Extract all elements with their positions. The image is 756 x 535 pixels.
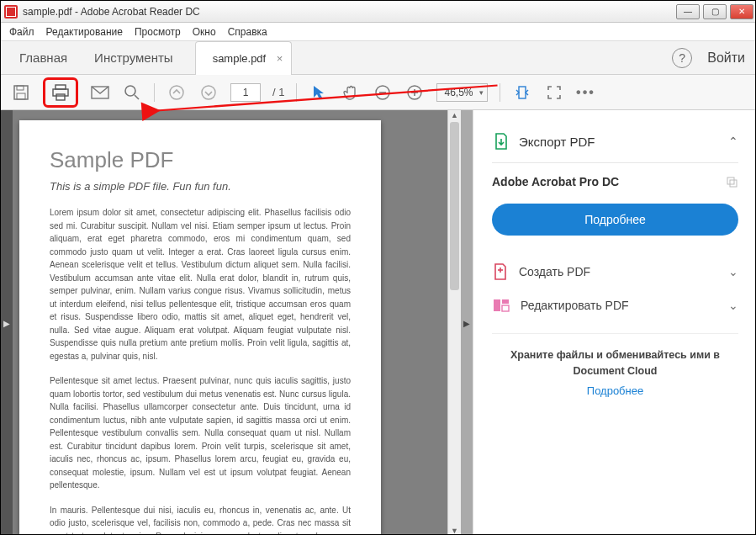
chevron-down-icon: ⌄	[728, 265, 738, 278]
search-icon[interactable]	[122, 82, 142, 103]
panel-cloud-footer: Храните файлы и обменивайтесь ими в Docu…	[492, 333, 738, 411]
menubar: Файл Редактирование Просмотр Окно Справк…	[1, 23, 756, 41]
edit-pdf-icon	[492, 298, 510, 313]
menu-file[interactable]: Файл	[9, 26, 34, 38]
svg-rect-4	[53, 89, 68, 96]
login-button[interactable]: Войти	[707, 50, 750, 66]
svg-line-8	[135, 95, 139, 99]
svg-rect-2	[17, 93, 25, 99]
svg-rect-0	[14, 86, 28, 99]
panel-export-pdf[interactable]: Экспорт PDF ⌃	[492, 125, 738, 157]
svg-rect-18	[730, 180, 737, 187]
save-icon[interactable]	[11, 82, 31, 103]
menu-help[interactable]: Справка	[228, 26, 267, 38]
svg-rect-21	[494, 299, 500, 311]
doc-heading: Sample PDF	[50, 147, 351, 173]
more-icon[interactable]: •••	[576, 82, 596, 103]
svg-rect-16	[519, 87, 526, 98]
panel-pro-title: Adobe Acrobat Pro DC	[492, 175, 738, 188]
tab-document[interactable]: sample.pdf ×	[195, 41, 293, 75]
svg-rect-22	[502, 299, 509, 304]
menu-edit[interactable]: Редактирование	[46, 26, 123, 38]
export-icon	[492, 132, 510, 151]
panel-edit-pdf[interactable]: Редактировать PDF ⌄	[492, 289, 738, 321]
panel-edit-label: Редактировать PDF	[521, 299, 629, 312]
print-button-highlight	[43, 77, 78, 108]
app-icon	[4, 5, 18, 19]
nav-pane-toggle[interactable]: ▶	[1, 110, 13, 535]
page-viewport[interactable]: Sample PDF This is a simple PDF file. Fu…	[13, 110, 447, 535]
toolbar: / 1 46,5% •••	[1, 75, 756, 110]
scrollbar-thumb[interactable]	[450, 122, 459, 290]
tools-pane-toggle[interactable]: ▶	[461, 110, 473, 535]
window-title: sample.pdf - Adobe Acrobat Reader DC	[23, 6, 676, 18]
panel-create-label: Создать PDF	[519, 265, 590, 278]
page-total-label: / 1	[272, 86, 284, 98]
hand-tool-icon[interactable]	[341, 82, 361, 103]
fit-width-icon[interactable]	[512, 82, 532, 103]
vertical-scrollbar[interactable]: ▲ ▼	[447, 110, 461, 535]
titlebar: sample.pdf - Adobe Acrobat Reader DC — ▢…	[1, 1, 756, 23]
panel-export-label: Экспорт PDF	[519, 135, 595, 149]
zoom-in-icon[interactable]	[404, 82, 425, 103]
svg-point-10	[202, 86, 215, 99]
main-area: ▶ Sample PDF This is a simple PDF file. …	[1, 110, 756, 535]
svg-rect-5	[56, 94, 65, 100]
print-icon[interactable]	[50, 82, 71, 103]
tab-document-label: sample.pdf	[213, 52, 267, 65]
panel-create-pdf[interactable]: Создать PDF ⌄	[492, 254, 738, 289]
doc-subtitle: This is a simple PDF file. Fun fun fun.	[50, 180, 351, 193]
chevron-up-icon: ⌃	[728, 135, 738, 148]
menu-view[interactable]: Просмотр	[135, 26, 181, 38]
zoom-value: 46,5%	[444, 87, 473, 98]
svg-rect-17	[727, 177, 734, 184]
maximize-button[interactable]: ▢	[703, 4, 727, 19]
page-up-icon[interactable]	[167, 82, 187, 103]
cloud-text: Храните файлы и обменивайтесь ими в Docu…	[500, 347, 730, 379]
document-area: ▶ Sample PDF This is a simple PDF file. …	[1, 110, 473, 535]
zoom-out-icon[interactable]	[373, 82, 393, 103]
close-button[interactable]: ✕	[730, 4, 753, 19]
page-down-icon[interactable]	[198, 82, 219, 103]
cloud-link[interactable]: Подробнее	[500, 384, 730, 397]
tab-row: Главная Инструменты sample.pdf × ? Войти	[1, 41, 756, 75]
tab-close-icon[interactable]: ×	[277, 52, 283, 65]
doc-paragraph: Lorem ipsum dolor sit amet, consectetur …	[50, 206, 351, 363]
doc-paragraph: Pellentesque sit amet lectus. Praesent p…	[50, 374, 351, 492]
doc-paragraph: In mauris. Pellentesque dui nisi, iaculi…	[50, 504, 351, 536]
right-panel: Экспорт PDF ⌃ Adobe Acrobat Pro DC Подро…	[473, 110, 756, 535]
page-number-input[interactable]	[230, 83, 261, 102]
svg-rect-3	[56, 85, 66, 89]
menu-window[interactable]: Окно	[193, 26, 216, 38]
minimize-button[interactable]: —	[676, 4, 700, 19]
svg-point-7	[125, 86, 135, 96]
pdf-page: Sample PDF This is a simple PDF file. Fu…	[19, 120, 381, 535]
select-tool-icon[interactable]	[309, 82, 329, 103]
more-button[interactable]: Подробнее	[492, 204, 738, 236]
svg-point-9	[170, 86, 183, 99]
copy-icon[interactable]	[725, 175, 738, 188]
zoom-dropdown[interactable]: 46,5%	[436, 83, 487, 102]
mail-icon[interactable]	[90, 82, 110, 103]
help-icon[interactable]: ?	[672, 48, 692, 68]
create-pdf-icon	[492, 262, 509, 281]
chevron-down-icon: ⌄	[728, 299, 738, 312]
tab-tools[interactable]: Инструменты	[82, 41, 185, 75]
fit-page-icon[interactable]	[544, 82, 564, 103]
tab-home[interactable]: Главная	[8, 41, 79, 75]
svg-rect-23	[502, 305, 509, 311]
